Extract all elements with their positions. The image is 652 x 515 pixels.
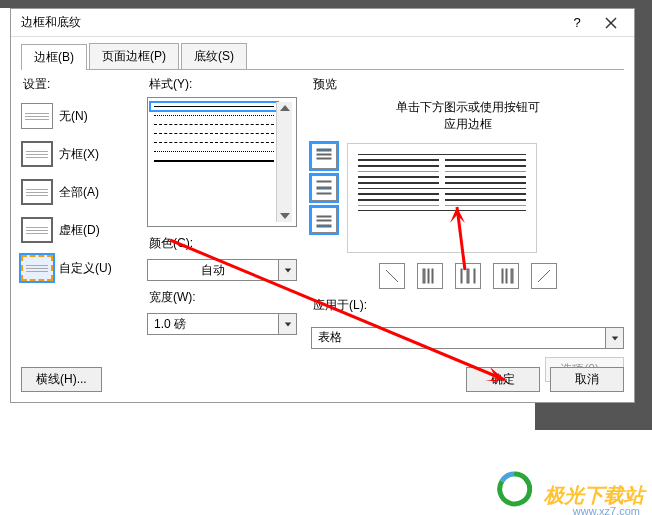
edge-middle-h-button[interactable] bbox=[311, 175, 337, 201]
horizontal-line-button[interactable]: 横线(H)... bbox=[21, 367, 102, 392]
none-icon bbox=[21, 103, 53, 129]
svg-rect-12 bbox=[317, 225, 331, 227]
style-label: 样式(Y): bbox=[149, 76, 297, 93]
edge-diag-down-button[interactable] bbox=[379, 263, 405, 289]
setting-grid-label: 虚框(D) bbox=[59, 222, 100, 239]
svg-line-13 bbox=[386, 270, 398, 282]
style-listbox[interactable] bbox=[147, 97, 297, 227]
preview-diagram[interactable] bbox=[347, 143, 537, 253]
apply-to-value: 表格 bbox=[311, 327, 606, 349]
svg-rect-20 bbox=[502, 269, 503, 283]
svg-rect-17 bbox=[461, 269, 462, 283]
watermark-logo-icon bbox=[496, 471, 532, 507]
edge-buttons-vertical bbox=[311, 143, 337, 253]
tab-strip: 边框(B) 页面边框(P) 底纹(S) bbox=[11, 37, 634, 69]
setting-box[interactable]: 方框(X) bbox=[21, 135, 141, 173]
svg-marker-24 bbox=[611, 336, 617, 340]
svg-rect-22 bbox=[511, 269, 513, 283]
setting-none[interactable]: 无(N) bbox=[21, 97, 141, 135]
settings-column: 设置: 无(N) 方框(X) 全部(A) 虚框(D) 自定义(U) bbox=[21, 76, 141, 364]
ok-button[interactable]: 确定 bbox=[466, 367, 540, 392]
style-dashdot[interactable] bbox=[154, 151, 274, 152]
color-value: 自动 bbox=[147, 259, 279, 281]
svg-rect-16 bbox=[432, 269, 433, 283]
box-icon bbox=[21, 141, 53, 167]
help-button[interactable]: ? bbox=[560, 12, 594, 34]
setting-none-label: 无(N) bbox=[59, 108, 88, 125]
setting-grid[interactable]: 虚框(D) bbox=[21, 211, 141, 249]
color-dropdown[interactable]: 自动 bbox=[147, 259, 297, 281]
svg-rect-8 bbox=[317, 187, 331, 189]
style-dashed1[interactable] bbox=[154, 124, 274, 125]
titlebar: 边框和底纹 ? bbox=[11, 9, 634, 37]
edge-diag-up-button[interactable] bbox=[531, 263, 557, 289]
svg-rect-21 bbox=[506, 269, 507, 283]
setting-custom-label: 自定义(U) bbox=[59, 260, 112, 277]
dialog-title: 边框和底纹 bbox=[21, 14, 560, 31]
setting-all[interactable]: 全部(A) bbox=[21, 173, 141, 211]
edge-top-button[interactable] bbox=[311, 143, 337, 169]
style-solid[interactable] bbox=[154, 106, 274, 107]
chevron-down-icon bbox=[279, 313, 297, 335]
borders-shading-dialog: 边框和底纹 ? 边框(B) 页面边框(P) 底纹(S) 设置: 无(N) 方框(… bbox=[10, 8, 635, 403]
svg-rect-18 bbox=[467, 269, 469, 283]
custom-icon bbox=[21, 255, 53, 281]
apply-to-dropdown[interactable]: 表格 bbox=[311, 327, 624, 349]
preview-label: 预览 bbox=[313, 76, 624, 93]
preview-column: 预览 单击下方图示或使用按钮可应用边框 bbox=[303, 76, 624, 364]
style-dotted[interactable] bbox=[154, 115, 274, 116]
svg-rect-7 bbox=[317, 181, 331, 182]
svg-rect-10 bbox=[317, 216, 331, 217]
svg-rect-4 bbox=[317, 149, 331, 151]
svg-rect-19 bbox=[474, 269, 475, 283]
chevron-down-icon bbox=[279, 259, 297, 281]
tab-page-border[interactable]: 页面边框(P) bbox=[89, 43, 179, 69]
dialog-footer: 横线(H)... 确定 取消 bbox=[21, 367, 624, 392]
svg-rect-14 bbox=[423, 269, 425, 283]
watermark-url: www.xz7.com bbox=[573, 505, 640, 515]
edge-middle-v-button[interactable] bbox=[455, 263, 481, 289]
svg-rect-5 bbox=[317, 154, 331, 155]
svg-rect-9 bbox=[317, 193, 331, 194]
style-column: 样式(Y): 颜色(C): 自动 宽度(W): bbox=[147, 76, 297, 364]
svg-marker-3 bbox=[284, 322, 290, 326]
style-dashed3[interactable] bbox=[154, 142, 274, 143]
svg-rect-6 bbox=[317, 158, 331, 159]
style-scrollbar[interactable] bbox=[276, 102, 292, 222]
apply-to-label: 应用于(L): bbox=[313, 297, 624, 314]
width-value: 1.0 磅 bbox=[147, 313, 279, 335]
edge-left-button[interactable] bbox=[417, 263, 443, 289]
edge-buttons-horizontal bbox=[311, 263, 624, 289]
svg-line-23 bbox=[538, 270, 550, 282]
cancel-button[interactable]: 取消 bbox=[550, 367, 624, 392]
edge-bottom-button[interactable] bbox=[311, 207, 337, 233]
grid-icon bbox=[21, 217, 53, 243]
setting-box-label: 方框(X) bbox=[59, 146, 99, 163]
all-icon bbox=[21, 179, 53, 205]
width-label: 宽度(W): bbox=[149, 289, 297, 306]
setting-all-label: 全部(A) bbox=[59, 184, 99, 201]
edge-right-button[interactable] bbox=[493, 263, 519, 289]
style-thick[interactable] bbox=[154, 160, 274, 162]
setting-custom[interactable]: 自定义(U) bbox=[21, 249, 141, 287]
close-button[interactable] bbox=[594, 12, 628, 34]
tab-borders[interactable]: 边框(B) bbox=[21, 44, 87, 70]
color-label: 颜色(C): bbox=[149, 235, 297, 252]
svg-marker-2 bbox=[284, 268, 290, 272]
svg-rect-11 bbox=[317, 220, 331, 221]
chevron-down-icon bbox=[606, 327, 624, 349]
style-dashed2[interactable] bbox=[154, 133, 274, 134]
tab-shading[interactable]: 底纹(S) bbox=[181, 43, 247, 69]
preview-hint: 单击下方图示或使用按钮可应用边框 bbox=[311, 99, 624, 133]
svg-rect-15 bbox=[428, 269, 429, 283]
width-dropdown[interactable]: 1.0 磅 bbox=[147, 313, 297, 335]
settings-label: 设置: bbox=[23, 76, 141, 93]
